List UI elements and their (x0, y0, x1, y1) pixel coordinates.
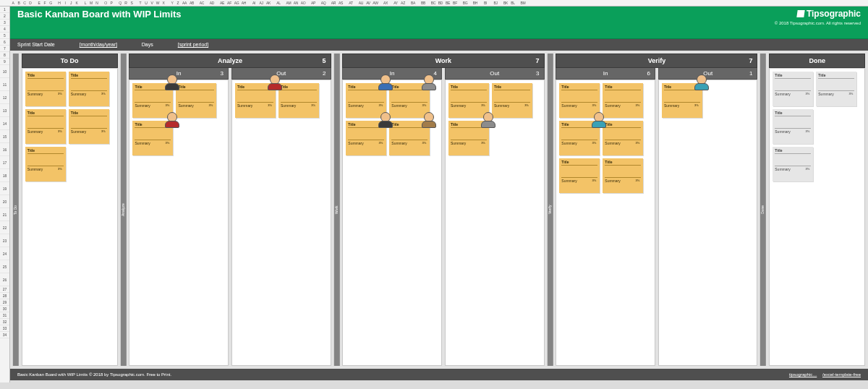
kanban-card[interactable]: TitleSummary3% (603, 158, 643, 193)
lane-body-verify-out[interactable]: TitleSummary3% (658, 80, 758, 366)
card-percent: 3% (268, 103, 272, 107)
lane-done: Done TitleSummary3%TitleSummary3%TitleSu… (769, 54, 865, 366)
page-title: Basic Kanban Board with WIP Limits (17, 9, 861, 20)
card-summary: Summary3% (27, 128, 64, 134)
kanban-card[interactable]: TitleSummary3% (816, 72, 856, 106)
card-title: Title (71, 73, 107, 79)
card-title: Title (27, 73, 64, 79)
lane-todo: To Do TitleSummary3%TitleSummary3%TitleS… (22, 54, 118, 366)
card-summary: Summary3% (664, 102, 700, 108)
avatar-icon (375, 112, 396, 134)
card-summary: Summary3% (281, 102, 317, 108)
sheet-row-headers: 1234567891011121314151617181920212223242… (0, 7, 10, 382)
title-bar: Basic Kanban Board with WIP Limits Tipso… (10, 7, 868, 39)
sprint-start-input[interactable]: [month/day/year] (69, 42, 127, 47)
lane-body-verify-in[interactable]: TitleSummary3%TitleSummary3%TitleSummary… (556, 80, 655, 366)
card-percent: 3% (101, 129, 106, 133)
card-summary: Summary3% (605, 102, 641, 108)
card-summary: Summary3% (391, 102, 427, 108)
kanban-card[interactable]: TitleSummary3% (662, 83, 702, 118)
lane-tab-analyze[interactable]: Analyze (121, 54, 127, 366)
lane-header-done: Done (769, 54, 865, 68)
kanban-card[interactable]: TitleSummary3% (773, 109, 813, 144)
lane-body-analyze-in[interactable]: TitleSummary3%TitleSummary3%TitleSummary… (129, 80, 229, 366)
card-title: Title (775, 73, 811, 79)
lane-tab-done[interactable]: Done (760, 54, 766, 366)
footer-text: Basic Kanban Board with WIP Limits © 201… (17, 372, 171, 377)
card-title: Title (605, 85, 641, 90)
kanban-card[interactable]: TitleSummary3% (132, 121, 173, 155)
kanban-card[interactable]: TitleSummary3% (69, 109, 109, 144)
avatar-icon (691, 74, 712, 96)
card-title: Title (561, 85, 597, 90)
kanban-card[interactable]: TitleSummary3% (235, 83, 276, 118)
card-percent: 3% (636, 179, 640, 182)
card-percent: 3% (422, 103, 427, 107)
card-percent: 3% (592, 179, 597, 182)
lane-body-work-out[interactable]: TitleSummary3%TitleSummary3%TitleSummary… (445, 80, 545, 366)
card-summary: Summary3% (775, 90, 811, 96)
kanban-card[interactable]: TitleSummary3% (448, 121, 489, 155)
kanban-card[interactable]: TitleSummary3% (346, 121, 386, 155)
sprint-days-label: Days (142, 42, 153, 47)
kanban-card[interactable]: TitleSummary3% (773, 147, 813, 181)
lane-header-verify: Verify 7 (556, 54, 757, 68)
card-percent: 3% (311, 103, 315, 107)
kanban-card[interactable]: TitleSummary3% (25, 109, 66, 144)
card-summary: Summary3% (27, 90, 64, 96)
card-summary: Summary3% (561, 177, 597, 183)
card-percent: 3% (422, 141, 427, 145)
card-title: Title (27, 111, 64, 116)
lane-tab-work[interactable]: Work (334, 54, 340, 366)
bookmark-icon (796, 10, 804, 17)
card-percent: 3% (806, 92, 810, 95)
avatar-icon (418, 112, 440, 134)
footer-link-template[interactable]: /excel-template-free (822, 372, 861, 377)
card-percent: 3% (636, 141, 640, 145)
kanban-card[interactable]: TitleSummary3% (25, 72, 66, 106)
sub-header-work-out: Out3 (445, 68, 545, 80)
card-title: Title (605, 160, 641, 166)
kanban-card[interactable]: TitleSummary3% (559, 158, 600, 193)
card-percent: 3% (166, 103, 170, 107)
lane-body-todo[interactable]: TitleSummary3%TitleSummary3%TitleSummary… (22, 68, 118, 366)
card-title: Title (775, 111, 811, 116)
card-percent: 3% (58, 92, 62, 95)
card-summary: Summary3% (775, 166, 811, 171)
kanban-card[interactable]: TitleSummary3% (69, 72, 109, 106)
card-title: Title (605, 122, 641, 128)
card-percent: 3% (58, 167, 62, 171)
card-title: Title (27, 148, 64, 154)
lane-verify: Verify 7 In6 Out1 TitleSummary3%TitleSum… (556, 54, 757, 366)
card-title: Title (494, 85, 530, 90)
lane-body-analyze-out[interactable]: TitleSummary3%TitleSummary3% (231, 80, 331, 366)
sub-header-verify-in: In6 (556, 68, 655, 80)
sprint-days-input[interactable]: [sprint period] (168, 42, 218, 47)
card-summary: Summary3% (135, 140, 171, 145)
footer-link-site[interactable]: tipsographic… (789, 372, 817, 377)
card-summary: Summary3% (27, 166, 64, 171)
lane-body-work-in[interactable]: TitleSummary3%TitleSummary3%TitleSummary… (342, 80, 442, 366)
card-summary: Summary3% (391, 140, 427, 145)
card-summary: Summary3% (561, 102, 597, 108)
wip-work: 7 (535, 57, 539, 64)
card-title: Title (281, 85, 317, 90)
kanban-card[interactable]: TitleSummary3% (773, 72, 813, 106)
lane-tab-todo[interactable]: To Do (13, 54, 19, 366)
card-title: Title (178, 85, 214, 90)
lane-header-work: Work 7 (342, 54, 544, 68)
kanban-card[interactable]: TitleSummary3% (559, 121, 600, 155)
card-summary: Summary3% (348, 102, 384, 108)
card-summary: Summary3% (561, 140, 597, 145)
lane-work: Work 7 In4 Out3 TitleSummary3%TitleSumma… (342, 54, 544, 366)
sheet-column-headers: ABCDEFGHIJKLMNOPQRSTUVWXYZAAABACADAEAFAG… (0, 0, 868, 7)
copyright-text: © 2018 Tipsographic.com. All rights rese… (775, 21, 861, 25)
card-summary: Summary3% (775, 128, 811, 134)
card-percent: 3% (101, 92, 106, 95)
wip-analyze: 5 (323, 57, 326, 64)
card-summary: Summary3% (451, 140, 487, 145)
lane-body-done[interactable]: TitleSummary3%TitleSummary3%TitleSummary… (769, 68, 865, 366)
lane-tab-verify[interactable]: Verify (548, 54, 553, 366)
kanban-card[interactable]: TitleSummary3% (25, 147, 66, 181)
sprint-start-label: Sprint Start Date (17, 42, 55, 47)
